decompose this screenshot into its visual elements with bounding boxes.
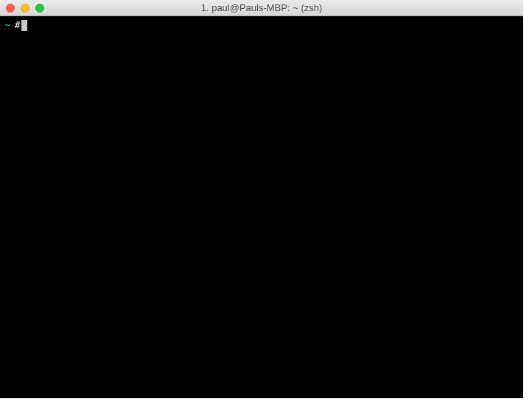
close-icon[interactable]	[6, 4, 15, 13]
terminal-window: 1. paul@Pauls-MBP: ~ (zsh) ~ #	[0, 0, 523, 398]
prompt-path: ~	[4, 19, 10, 31]
window-titlebar[interactable]: 1. paul@Pauls-MBP: ~ (zsh)	[0, 0, 523, 16]
cursor-icon	[21, 20, 27, 31]
prompt-command: #	[15, 19, 21, 31]
window-title: 1. paul@Pauls-MBP: ~ (zsh)	[0, 2, 523, 13]
zoom-icon[interactable]	[35, 4, 44, 13]
prompt-line: ~ #	[4, 19, 519, 31]
minimize-icon[interactable]	[21, 4, 29, 13]
window-edge	[523, 0, 532, 401]
traffic-lights	[0, 4, 44, 13]
terminal-body[interactable]: ~ #	[0, 16, 523, 398]
